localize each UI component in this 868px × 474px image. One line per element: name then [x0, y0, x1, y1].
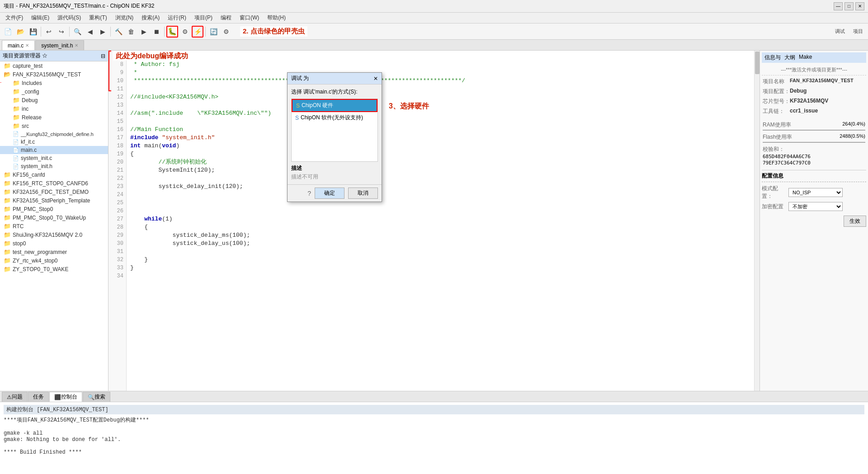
hardware-label: ChipON 硬件 [302, 102, 333, 109]
dialog-cancel-button[interactable]: 取消 [348, 188, 378, 199]
dialog-desc: 描述 描述不可用 [291, 164, 378, 181]
dialog-ok-button[interactable]: 确定 [315, 188, 344, 199]
dialog-help-icon[interactable]: ? [307, 190, 311, 197]
dialog-close-button[interactable]: ✕ [373, 75, 378, 82]
dialog-body: 选择 调试'main.c'的方式(S): S ChipON 硬件 S ChipO… [288, 84, 382, 184]
dialog-list-item-hardware[interactable]: S ChipON 硬件 [292, 99, 377, 112]
hardware-icon: S [296, 103, 300, 109]
dialog-label: 选择 调试'main.c'的方式(S): [291, 88, 378, 96]
dialog-list-item-software[interactable]: S ChipON 软件(无外设支持) [292, 112, 377, 123]
dialog-title-text: 调试 为 [291, 75, 309, 82]
software-label: ChipON 软件(无外设支持) [301, 114, 363, 122]
dialog-desc-label: 描述 [291, 164, 378, 172]
annotation-step3: 3、选择硬件 [389, 102, 429, 111]
debug-dialog: 调试 为 ✕ 选择 调试'main.c'的方式(S): S ChipON 硬件 … [287, 72, 382, 202]
dialog-title-bar: 调试 为 ✕ [288, 73, 382, 84]
dialog-overlay: 调试 为 ✕ 选择 调试'main.c'的方式(S): S ChipON 硬件 … [0, 0, 868, 474]
software-icon: S [295, 115, 299, 121]
dialog-list: S ChipON 硬件 S ChipON 软件(无外设支持) [291, 99, 378, 162]
dialog-footer: ? 确定 取消 [288, 184, 382, 202]
dialog-desc-value: 描述不可用 [291, 173, 378, 181]
